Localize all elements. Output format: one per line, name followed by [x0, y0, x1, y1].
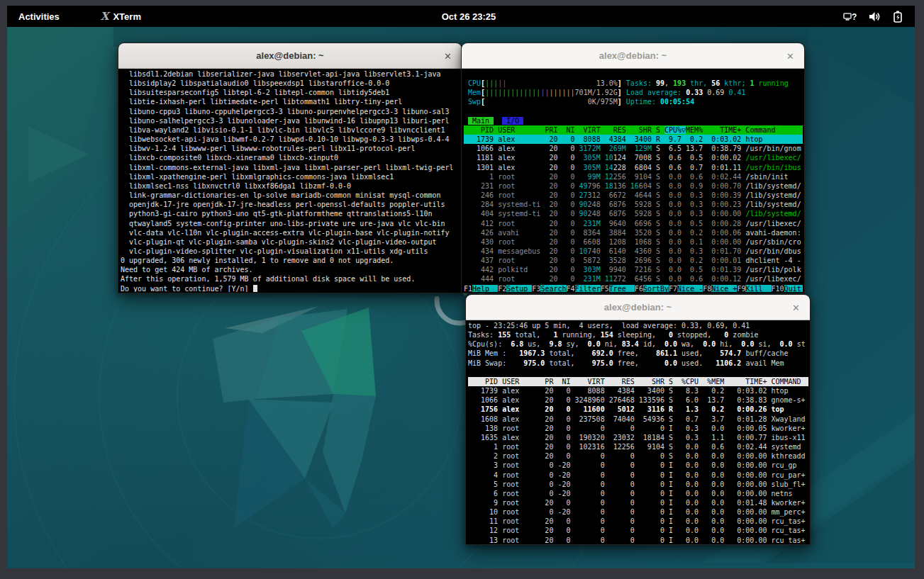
activities-button[interactable]: Activities: [18, 11, 60, 22]
htop-terminal-output[interactable]: CPU[||||| 13.0%] Tasks: 99, 193 thr, 56 …: [462, 69, 803, 292]
terminal-window-apt: alex@debian: ~ ✕ libsdl1.2debian libseri…: [118, 43, 462, 293]
terminal-window-top: alex@debian: ~ ✕ top - 23:25:46 up 5 min…: [465, 294, 811, 545]
system-status-area[interactable]: ?: [843, 6, 903, 27]
xterm-x-icon: X: [101, 10, 109, 23]
window-title: alex@debian: ~: [604, 302, 672, 313]
clock[interactable]: Oct 26 23:25: [442, 6, 496, 27]
focused-app-menu[interactable]: X XTerm: [101, 10, 141, 23]
screenshot-frame: { "topbar": { "activities_label": "Activ…: [0, 0, 924, 579]
focused-app-name: XTerm: [113, 11, 141, 22]
battery-charging-icon: [892, 11, 903, 23]
network-question-icon: ?: [843, 11, 857, 22]
volume-icon: [869, 11, 881, 22]
svg-text:?: ?: [852, 12, 857, 22]
gnome-top-bar: Activities X XTerm Oct 26 23:25 ?: [7, 6, 915, 27]
titlebar-htop[interactable]: alex@debian: ~ ✕: [462, 43, 804, 69]
close-icon[interactable]: ✕: [792, 295, 800, 320]
titlebar-apt[interactable]: alex@debian: ~ ✕: [118, 43, 462, 69]
terminal-window-htop: alex@debian: ~ ✕ CPU[||||| 13.0%] Tasks:…: [461, 43, 805, 293]
desktop: Activities X XTerm Oct 26 23:25 ?: [7, 6, 915, 568]
close-icon[interactable]: ✕: [444, 43, 452, 69]
apt-terminal-output[interactable]: libsdl1.2debian libserializer-java libse…: [118, 69, 460, 292]
window-title: alex@debian: ~: [256, 50, 323, 61]
window-title: alex@debian: ~: [599, 50, 667, 61]
top-terminal-output[interactable]: top - 23:25:46 up 5 min, 4 users, load a…: [466, 320, 808, 544]
titlebar-top[interactable]: alex@debian: ~ ✕: [466, 295, 810, 320]
close-icon[interactable]: ✕: [786, 43, 794, 69]
